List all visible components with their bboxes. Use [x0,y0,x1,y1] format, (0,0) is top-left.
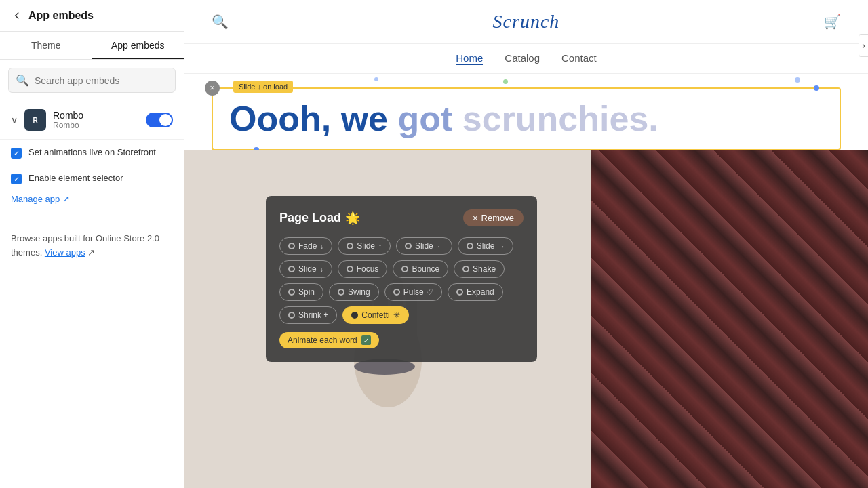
app-info: Rombo Rombo [53,110,139,130]
anim-shake[interactable]: Shake [454,260,505,278]
store-nav: Home Catalog Contact [184,44,868,74]
anim-confetti[interactable]: Confetti ✳ [342,306,408,324]
scrunchie-image [591,150,868,488]
popup-header: Page Load 🌟 × Remove [279,209,524,226]
radio-dot [347,266,353,272]
anim-expand[interactable]: Expand [448,283,503,301]
tab-theme[interactable]: Theme [0,32,92,59]
anim-bounce[interactable]: Bounce [393,260,448,278]
app-sub: Rombo [53,121,139,130]
radio-dot [288,266,295,272]
browse-text: Browse apps built for Online Store 2.0 t… [11,232,173,260]
radio-dot [338,289,344,296]
radio-dot [467,243,473,249]
checkbox-label-selector: Enable element selector [28,172,123,184]
tab-app-embeds[interactable]: App embeds [92,32,184,59]
radio-dot [288,312,295,319]
store-search-icon[interactable]: 🔍 [212,14,229,30]
hero-text: Oooh, we got scrunchies. [229,100,823,138]
anim-slide-up[interactable]: Slide↑ [338,237,391,255]
store-cart-icon[interactable]: 🛒 [824,14,841,30]
hero-section: × Slide ↓ on load Oooh, we got scrunchie… [184,74,868,150]
store-header: 🔍 Scrunch 🛒 [184,0,868,44]
anim-slide-right[interactable]: Slide→ [458,237,514,255]
checkbox-selector[interactable]: ✓ [11,174,22,184]
checkbox-animations[interactable]: ✓ [11,148,22,159]
sidebar: App embeds Theme App embeds 🔍 ∨ R Rombo … [0,0,184,488]
close-x-button[interactable]: × [205,81,220,96]
animate-word-badge[interactable]: Animate each word ✓ [279,332,379,348]
anim-fade[interactable]: Fade↓ [279,237,332,255]
checkbox-label-animations: Set animations live on Storefront [28,146,156,159]
animate-word-check: ✓ [361,336,371,345]
dot [795,77,800,83]
checkbox-row-selector: ✓ Enable element selector [0,165,184,191]
radio-dot-confetti [351,312,358,319]
nav-home[interactable]: Home [456,52,483,65]
search-icon: 🔍 [16,74,29,87]
anim-swing[interactable]: Swing [329,283,379,301]
browse-section: Browse apps built for Online Store 2.0 t… [0,224,184,268]
radio-dot [288,243,295,249]
anim-slide-down[interactable]: Slide↓ [279,260,332,278]
radio-dot [288,289,295,296]
dot [374,77,378,81]
popup-title: Page Load 🌟 [279,211,360,226]
slide-badge: Slide ↓ on load [233,81,293,93]
dot [503,79,508,84]
radio-dot [405,243,412,249]
back-button[interactable] [11,9,23,22]
app-toggle[interactable] [146,113,173,127]
expand-icon[interactable]: ∨ [11,115,18,125]
tabs-row: Theme App embeds [0,32,184,60]
remove-button[interactable]: × Remove [463,209,524,226]
scrunchie-pattern [591,150,868,488]
main-preview: 🔍 Scrunch 🛒 Home Catalog Contact × Slide… [184,0,868,488]
store-logo: Scrunch [493,11,560,33]
anim-focus[interactable]: Focus [338,260,388,278]
checkbox-row-animations: ✓ Set animations live on Storefront [0,140,184,165]
app-item-rombo: ∨ R Rombo Rombo [0,101,184,140]
app-logo: R [24,109,46,131]
search-input[interactable] [35,75,168,86]
radio-dot [462,266,469,272]
radio-dot [393,289,400,296]
page-load-popup: Page Load 🌟 × Remove Fade↓ [266,196,537,362]
anim-spin[interactable]: Spin [279,283,323,301]
sidebar-header: App embeds [0,0,184,32]
radio-dot [401,266,408,272]
hero-border: × Slide ↓ on load Oooh, we got scrunchie… [212,87,841,150]
anim-slide-left[interactable]: Slide← [396,237,452,255]
sidebar-title: App embeds [28,9,94,22]
view-apps-link[interactable]: View apps [45,247,85,258]
app-name: Rombo [53,110,139,121]
storefront: 🔍 Scrunch 🛒 Home Catalog Contact × Slide… [184,0,868,488]
anim-shrink[interactable]: Shrink + [279,306,337,324]
nav-contact[interactable]: Contact [561,52,597,65]
manage-app-link[interactable]: Manage app ↗ [0,191,184,212]
divider [0,218,184,218]
dot [814,85,819,91]
anim-pulse[interactable]: Pulse ♡ [384,283,442,301]
search-box: 🔍 [8,68,176,93]
radio-dot [347,243,353,249]
nav-catalog[interactable]: Catalog [505,52,540,65]
animation-grid: Fade↓ Slide↑ Slide← Slide→ [279,237,524,324]
collapse-button[interactable]: › [859,34,868,57]
radio-dot [456,289,463,296]
animate-word-row: Animate each word ✓ [279,332,524,348]
